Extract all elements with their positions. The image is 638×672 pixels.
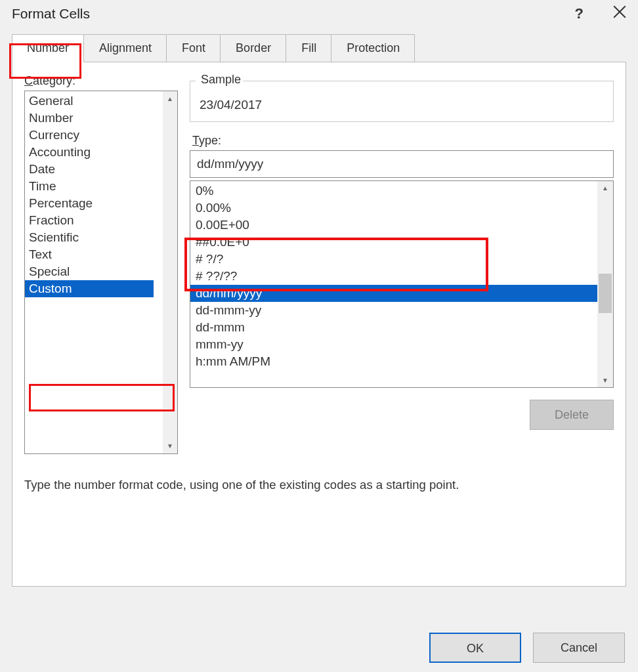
format-scrollbar[interactable]: ▲ ▼: [597, 181, 613, 387]
category-label: Category:: [24, 74, 178, 88]
cat-item-accounting[interactable]: Accounting: [25, 144, 177, 161]
cat-item-number[interactable]: Number: [25, 110, 177, 127]
format-list[interactable]: 0% 0.00% 0.00E+00 ##0.0E+0 # ?/? # ??/??…: [190, 180, 614, 388]
sample-frame: Sample 23/04/2017: [190, 81, 614, 122]
type-label: Type:: [192, 134, 614, 148]
format-item[interactable]: 0.00%: [190, 200, 597, 217]
dialog-title: Format Cells: [12, 6, 90, 22]
scroll-track[interactable]: [597, 195, 613, 373]
cat-item-text[interactable]: Text: [25, 246, 177, 263]
cat-item-date[interactable]: Date: [25, 161, 177, 178]
format-item[interactable]: dd-mmm: [190, 319, 597, 336]
panel-inner: Category: General Number Currency Accoun…: [24, 74, 614, 454]
ok-button[interactable]: OK: [429, 633, 521, 663]
format-item[interactable]: 0.00E+00: [190, 217, 597, 234]
type-input[interactable]: [190, 150, 614, 178]
format-item-selected[interactable]: dd/mm/yyyy: [190, 285, 597, 302]
format-cells-dialog: Format Cells ? Number Alignment Font Bor…: [0, 0, 638, 672]
close-icon[interactable]: [613, 5, 626, 22]
scroll-down-icon[interactable]: ▼: [167, 438, 173, 453]
dialog-buttons: OK Cancel: [429, 633, 625, 663]
category-list[interactable]: General Number Currency Accounting Date …: [24, 91, 178, 454]
category-column: Category: General Number Currency Accoun…: [24, 74, 178, 454]
cat-item-general[interactable]: General: [25, 93, 177, 110]
scroll-up-icon[interactable]: ▲: [167, 91, 173, 106]
format-item[interactable]: h:mm AM/PM: [190, 353, 597, 370]
tabstrip: Number Alignment Font Border Fill Protec…: [12, 34, 626, 62]
cat-item-time[interactable]: Time: [25, 178, 177, 195]
tab-panel-number: Category: General Number Currency Accoun…: [12, 62, 626, 587]
category-scrollbar[interactable]: ▲ ▼: [163, 91, 177, 453]
cancel-button[interactable]: Cancel: [533, 633, 625, 663]
tab-protection[interactable]: Protection: [331, 34, 415, 62]
cat-item-custom[interactable]: Custom: [25, 280, 154, 297]
format-item[interactable]: # ??/??: [190, 268, 597, 285]
tab-border[interactable]: Border: [221, 34, 286, 62]
sample-value: 23/04/2017: [200, 93, 604, 112]
sample-legend: Sample: [198, 73, 244, 87]
format-item[interactable]: 0%: [190, 182, 597, 200]
titlebar: Format Cells ?: [0, 0, 638, 34]
format-item[interactable]: # ?/?: [190, 251, 597, 268]
tab-alignment[interactable]: Alignment: [84, 34, 167, 62]
tab-font[interactable]: Font: [167, 34, 221, 62]
tab-fill[interactable]: Fill: [286, 34, 331, 62]
delete-button: Delete: [530, 400, 614, 430]
scroll-down-icon[interactable]: ▼: [597, 373, 613, 387]
detail-column: Sample 23/04/2017 Type: 0% 0.00% 0.00E+0…: [190, 74, 614, 454]
title-controls: ?: [575, 5, 626, 22]
cat-item-special[interactable]: Special: [25, 263, 177, 280]
cat-item-scientific[interactable]: Scientific: [25, 229, 177, 246]
scroll-up-icon[interactable]: ▲: [597, 181, 613, 195]
cat-item-percentage[interactable]: Percentage: [25, 195, 177, 212]
format-item[interactable]: dd-mmm-yy: [190, 302, 597, 319]
format-item[interactable]: mmm-yy: [190, 336, 597, 353]
tab-number[interactable]: Number: [12, 34, 84, 62]
help-icon[interactable]: ?: [575, 5, 584, 22]
hint-text: Type the number format code, using one o…: [24, 454, 614, 492]
format-item[interactable]: ##0.0E+0: [190, 234, 597, 251]
cat-item-fraction[interactable]: Fraction: [25, 212, 177, 229]
scroll-thumb[interactable]: [599, 274, 612, 313]
cat-item-currency[interactable]: Currency: [25, 127, 177, 144]
